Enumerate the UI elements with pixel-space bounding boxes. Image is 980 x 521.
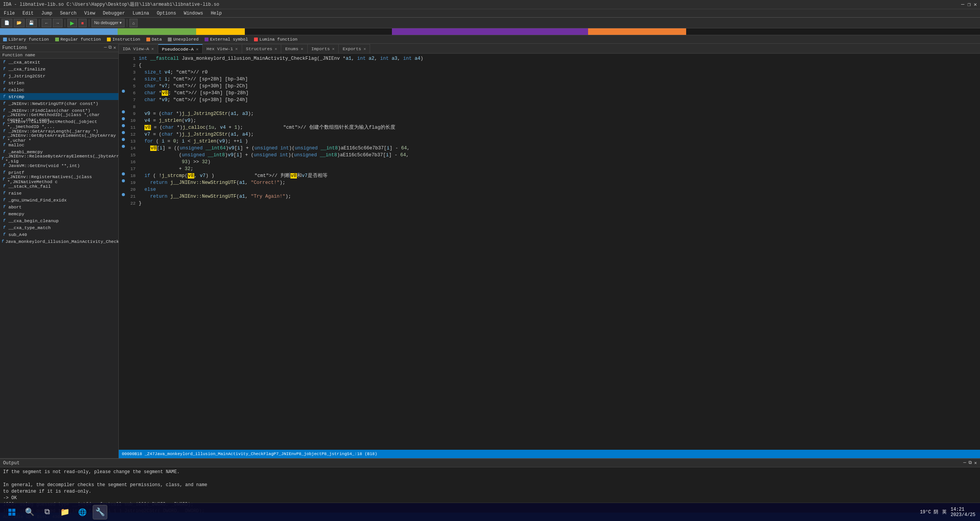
line-content-16[interactable]: 93) >> 32) xyxy=(139,159,978,165)
line-content-3[interactable]: size_t v4; "cmt">// r0 xyxy=(139,69,978,76)
taskbar-explorer[interactable]: 📁 xyxy=(57,505,72,519)
back-btn[interactable]: ← xyxy=(42,19,51,27)
func-icon-2: f xyxy=(2,73,7,79)
panel-minimize[interactable]: — xyxy=(104,45,107,51)
tab-close-5[interactable]: ✕ xyxy=(332,46,335,51)
line-content-5[interactable]: char *v7; "cmt">// [sp+30h] [bp-2Ch] xyxy=(139,83,978,90)
tab-close-0[interactable]: ✕ xyxy=(151,46,154,51)
line-content-12[interactable]: v7 = (char *)j_j_Jstring2CStr(a1, a4); xyxy=(139,131,978,138)
menu-help[interactable]: Help xyxy=(207,10,226,17)
tab-close-4[interactable]: ✕ xyxy=(301,46,303,51)
output-minimize[interactable]: — xyxy=(964,460,966,466)
tab-6[interactable]: Exports✕ xyxy=(339,44,370,53)
func-item-11[interactable]: f_JNIEnv::GetByteArrayElements(_jbyteArr… xyxy=(0,134,118,141)
line-content-17[interactable]: + 32; xyxy=(139,165,978,172)
func-item-1[interactable]: f__cxa_finalize xyxy=(0,66,118,72)
panel-close[interactable]: ✕ xyxy=(113,45,116,51)
func-item-9[interactable]: f_JNIEnv::CallObjectMethod(_jobject *,_j… xyxy=(0,121,118,128)
line-content-18[interactable]: if ( !j_strcmp(v8, v7) ) "cmt">// 判断v8和v… xyxy=(139,172,978,179)
debugger-select[interactable]: No debugger ▾ xyxy=(92,19,125,27)
output-controls[interactable]: — ⧉ ✕ xyxy=(964,460,977,466)
fwd-btn[interactable]: → xyxy=(53,19,62,27)
taskbar-ida[interactable]: 🔧 xyxy=(93,505,107,519)
taskbar-task-view[interactable]: ⧉ xyxy=(40,505,54,519)
menu-options[interactable]: Options xyxy=(153,10,180,17)
lumina-btn[interactable]: ⌂ xyxy=(129,19,138,27)
func-item-22[interactable]: fmemcpy xyxy=(0,210,118,217)
save-btn[interactable]: 💾 xyxy=(26,19,37,27)
panel-controls[interactable]: — ⧉ ✕ xyxy=(104,45,116,51)
line-content-2[interactable]: { xyxy=(139,62,978,69)
func-item-25[interactable]: fsub_A40 xyxy=(0,231,118,238)
menu-view[interactable]: View xyxy=(80,10,99,17)
output-close[interactable]: ✕ xyxy=(974,460,977,466)
tab-close-3[interactable]: ✕ xyxy=(275,46,277,51)
menu-lumina[interactable]: Lumina xyxy=(129,10,153,17)
line-content-1[interactable]: int __fastcall Java_monkeylord_illusion_… xyxy=(139,55,978,62)
line-content-21[interactable]: return j__JNIEnv::NewStringUTF(a1, "Try … xyxy=(139,193,978,200)
func-item-23[interactable]: f__cxa_begin_cleanup xyxy=(0,217,118,224)
func-item-19[interactable]: fraise xyxy=(0,190,118,197)
line-content-13[interactable]: for ( i = 0; i < j_strlen(v9); ++i ) xyxy=(139,138,978,145)
line-content-11[interactable]: v8 = (char *)j_calloc(1u, v4 + 1); "cmt"… xyxy=(139,124,978,131)
func-icon-5: f xyxy=(2,94,7,99)
new-btn[interactable]: 📄 xyxy=(2,19,12,27)
func-item-0[interactable]: f__cxa_atexit xyxy=(0,59,118,66)
menu-windows[interactable]: Windows xyxy=(180,10,207,17)
run-btn[interactable]: ▶ xyxy=(67,19,77,27)
func-item-17[interactable]: f_JNIEnv::RegisterNatives(_jclass *,JNIN… xyxy=(0,176,118,183)
tab-4[interactable]: Enums✕ xyxy=(281,44,307,53)
taskbar-search[interactable]: 🔍 xyxy=(22,505,37,519)
func-item-24[interactable]: f__cxa_type_match xyxy=(0,224,118,231)
legend-instruction-label: Instruction xyxy=(112,37,140,42)
func-item-21[interactable]: fabort xyxy=(0,203,118,210)
func-item-5[interactable]: fstrcmp xyxy=(0,93,118,100)
menu-edit[interactable]: Edit xyxy=(19,10,38,17)
func-item-26[interactable]: fJava_monkeylord_illusion_MainActivity_C… xyxy=(0,238,118,245)
line-content-14[interactable]: v8[i] = ((unsigned __int64)v9[i] + (unsi… xyxy=(139,145,978,152)
menu-search[interactable]: Search xyxy=(56,10,80,17)
code-editor[interactable]: 1int __fastcall Java_monkeylord_illusion… xyxy=(119,54,980,450)
functions-list[interactable]: f__cxa_atexitf__cxa_finalizefj_Jstring2C… xyxy=(0,59,118,458)
func-item-2[interactable]: fj_Jstring2CStr xyxy=(0,72,118,79)
line-content-6[interactable]: char *v8; "cmt">// [sp+34h] [bp-28h] xyxy=(139,90,978,97)
taskbar-start[interactable] xyxy=(5,505,19,519)
line-content-10[interactable]: v4 = j_strlen(v9); xyxy=(139,117,978,124)
line-content-19[interactable]: return j__JNIEnv::NewStringUTF(a1, "Corr… xyxy=(139,179,978,186)
tab-close-1[interactable]: ✕ xyxy=(196,47,198,52)
line-content-15[interactable]: (unsigned __int8)v9[i] + (unsigned int)(… xyxy=(139,152,978,159)
line-content-7[interactable]: char *v9; "cmt">// [sp+38h] [bp-24h] xyxy=(139,97,978,103)
maximize-btn[interactable]: ❐ xyxy=(967,1,970,8)
tab-close-2[interactable]: ✕ xyxy=(235,46,238,51)
func-item-6[interactable]: f_JNIEnv::NewStringUTF(char const*) xyxy=(0,100,118,107)
func-item-3[interactable]: fstrlen xyxy=(0,79,118,86)
menu-jump[interactable]: Jump xyxy=(38,10,56,17)
open-btn[interactable]: 📂 xyxy=(14,19,25,27)
panel-float[interactable]: ⧉ xyxy=(108,45,112,51)
taskbar-browser[interactable]: 🌐 xyxy=(75,505,90,519)
tab-1[interactable]: Pseudocode-A✕ xyxy=(158,44,203,53)
tab-close-6[interactable]: ✕ xyxy=(364,46,366,51)
tab-3[interactable]: Structures✕ xyxy=(242,44,282,53)
line-content-8[interactable] xyxy=(139,103,978,110)
functions-column-header: Function name xyxy=(0,52,118,59)
output-float[interactable]: ⧉ xyxy=(969,460,972,466)
line-content-4[interactable]: size_t i; "cmt">// [sp+28h] [bp-34h] xyxy=(139,76,978,83)
line-content-20[interactable]: else xyxy=(139,186,978,193)
minimize-btn[interactable]: — xyxy=(961,1,964,8)
stop-btn[interactable]: ■ xyxy=(79,19,87,27)
tab-5[interactable]: Imports✕ xyxy=(308,44,339,53)
line-content-22[interactable]: } xyxy=(139,200,978,207)
tab-0[interactable]: IDA View-A✕ xyxy=(119,44,158,53)
window-controls[interactable]: — ❐ ✕ xyxy=(961,1,977,8)
func-item-20[interactable]: f_gnu_Unwind_Find_exidx xyxy=(0,197,118,203)
line-indicator-11 xyxy=(120,124,126,127)
func-item-14[interactable]: f_JNIEnv::ReleaseByteArrayElements(_jbyt… xyxy=(0,155,118,162)
func-item-4[interactable]: fcalloc xyxy=(0,86,118,93)
line-content-9[interactable]: v9 = (char *)j_j_Jstring2CStr(a1, a3); xyxy=(139,110,978,117)
menu-debugger[interactable]: Debugger xyxy=(99,10,129,17)
legend-library-dot xyxy=(3,38,7,41)
menu-file[interactable]: File xyxy=(0,10,19,17)
close-btn[interactable]: ✕ xyxy=(974,1,977,8)
tab-2[interactable]: Hex View-1✕ xyxy=(203,44,242,53)
